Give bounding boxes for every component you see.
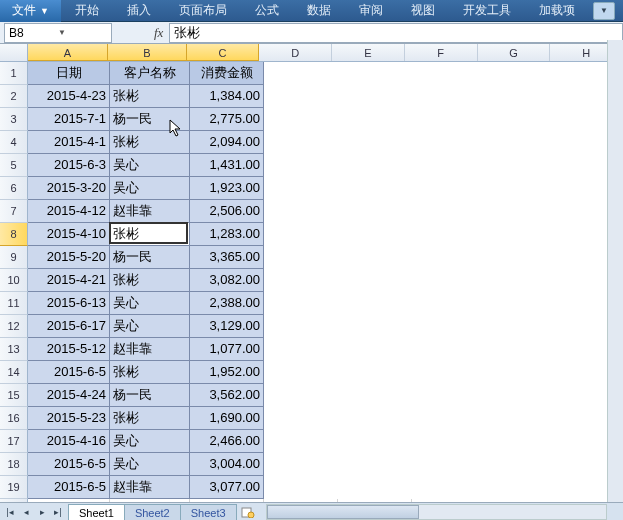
horizontal-scrollbar[interactable] — [266, 504, 607, 520]
data-cell[interactable]: 吴心 — [110, 430, 190, 453]
data-cell[interactable]: 吴心 — [110, 453, 190, 476]
ribbon-tab-2[interactable]: 页面布局 — [165, 0, 241, 22]
data-cell[interactable]: 1,283.00 — [190, 223, 264, 246]
data-cell[interactable]: 2015-6-13 — [28, 292, 110, 315]
ribbon-tab-7[interactable]: 开发工具 — [449, 0, 525, 22]
data-cell[interactable]: 张彬 — [110, 85, 190, 108]
data-cell[interactable]: 吴心 — [110, 177, 190, 200]
data-cell[interactable]: 1,923.00 — [190, 177, 264, 200]
data-cell[interactable]: 张彬 — [110, 131, 190, 154]
data-cell[interactable]: 2015-6-5 — [28, 361, 110, 384]
row-header-15[interactable]: 15 — [0, 384, 28, 407]
col-header-D[interactable]: D — [259, 44, 332, 61]
data-cell[interactable]: 2015-6-5 — [28, 453, 110, 476]
row-header-12[interactable]: 12 — [0, 315, 28, 338]
col-header-A[interactable]: A — [28, 44, 109, 61]
data-cell[interactable]: 赵非靠 — [110, 200, 190, 223]
sheet-tab-Sheet1[interactable]: Sheet1 — [68, 504, 125, 520]
row-header-19[interactable]: 19 — [0, 476, 28, 499]
data-cell[interactable]: 2015-4-12 — [28, 200, 110, 223]
data-cell[interactable]: 3,562.00 — [190, 384, 264, 407]
header-cell-date[interactable]: 日期 — [28, 62, 110, 85]
select-all-corner[interactable] — [0, 44, 28, 62]
row-header-2[interactable]: 2 — [0, 85, 28, 108]
sheet-nav-last[interactable]: ▸| — [50, 504, 66, 520]
row-header-11[interactable]: 11 — [0, 292, 28, 315]
formula-input[interactable]: 张彬 — [169, 23, 623, 43]
col-header-B[interactable]: B — [108, 44, 187, 61]
ribbon-tab-6[interactable]: 视图 — [397, 0, 449, 22]
header-cell-name[interactable]: 客户名称 — [110, 62, 190, 85]
data-cell[interactable]: 2,466.00 — [190, 430, 264, 453]
data-cell[interactable]: 吴心 — [110, 154, 190, 177]
vertical-scrollbar[interactable] — [607, 40, 623, 502]
data-cell[interactable]: 赵非靠 — [110, 476, 190, 499]
row-header-7[interactable]: 7 — [0, 200, 28, 223]
data-cell[interactable]: 2,094.00 — [190, 131, 264, 154]
ribbon-tab-3[interactable]: 公式 — [241, 0, 293, 22]
sheet-nav-prev[interactable]: ◂ — [18, 504, 34, 520]
sheet-nav-next[interactable]: ▸ — [34, 504, 50, 520]
name-box[interactable]: B8 ▼ — [4, 23, 112, 43]
cells-area[interactable]: 日期客户名称消费金额2015-4-23张彬1,384.002015-7-1杨一民… — [28, 62, 623, 502]
data-cell[interactable]: 2,506.00 — [190, 200, 264, 223]
data-cell[interactable]: 3,129.00 — [190, 315, 264, 338]
file-menu-button[interactable]: 文件 ▼ — [0, 0, 61, 22]
data-cell[interactable]: 张彬 — [110, 407, 190, 430]
data-cell[interactable]: 2015-5-12 — [28, 338, 110, 361]
data-cell[interactable]: 2015-5-23 — [28, 407, 110, 430]
scroll-thumb[interactable] — [267, 505, 420, 519]
ribbon-tab-4[interactable]: 数据 — [293, 0, 345, 22]
data-cell[interactable]: 张彬 — [110, 223, 190, 246]
data-cell[interactable]: 张彬 — [110, 361, 190, 384]
row-header-3[interactable]: 3 — [0, 108, 28, 131]
row-header-8[interactable]: 8 — [0, 223, 28, 246]
data-cell[interactable]: 2015-4-10 — [28, 223, 110, 246]
data-cell[interactable]: 3,004.00 — [190, 453, 264, 476]
data-cell[interactable]: 2015-6-5 — [28, 476, 110, 499]
ribbon-tab-0[interactable]: 开始 — [61, 0, 113, 22]
data-cell[interactable]: 2,775.00 — [190, 108, 264, 131]
ribbon-overflow-button[interactable]: ▼ — [593, 2, 615, 20]
data-cell[interactable]: 张彬 — [110, 269, 190, 292]
data-cell[interactable]: 2015-6-17 — [28, 315, 110, 338]
row-header-6[interactable]: 6 — [0, 177, 28, 200]
row-header-14[interactable]: 14 — [0, 361, 28, 384]
data-cell[interactable]: 2015-3-20 — [28, 177, 110, 200]
data-cell[interactable]: 1,077.00 — [190, 338, 264, 361]
data-cell[interactable]: 2015-4-24 — [28, 384, 110, 407]
data-cell[interactable]: 2015-4-21 — [28, 269, 110, 292]
data-cell[interactable]: 2015-4-23 — [28, 85, 110, 108]
row-header-13[interactable]: 13 — [0, 338, 28, 361]
col-header-G[interactable]: G — [478, 44, 551, 61]
data-cell[interactable]: 2015-6-3 — [28, 154, 110, 177]
ribbon-tab-1[interactable]: 插入 — [113, 0, 165, 22]
add-sheet-button[interactable] — [238, 506, 258, 518]
sheet-tab-Sheet2[interactable]: Sheet2 — [124, 504, 181, 520]
data-cell[interactable]: 杨一民 — [110, 108, 190, 131]
data-cell[interactable]: 杨一民 — [110, 246, 190, 269]
data-cell[interactable]: 1,690.00 — [190, 407, 264, 430]
col-header-C[interactable]: C — [187, 44, 260, 61]
row-header-9[interactable]: 9 — [0, 246, 28, 269]
data-cell[interactable]: 3,077.00 — [190, 476, 264, 499]
row-header-17[interactable]: 17 — [0, 430, 28, 453]
data-cell[interactable]: 2015-5-20 — [28, 246, 110, 269]
col-header-E[interactable]: E — [332, 44, 405, 61]
data-cell[interactable]: 吴心 — [110, 292, 190, 315]
row-header-5[interactable]: 5 — [0, 154, 28, 177]
row-header-10[interactable]: 10 — [0, 269, 28, 292]
col-header-F[interactable]: F — [405, 44, 478, 61]
sheet-tab-Sheet3[interactable]: Sheet3 — [180, 504, 237, 520]
data-cell[interactable]: 2,388.00 — [190, 292, 264, 315]
fx-icon[interactable]: fx — [154, 25, 163, 41]
data-cell[interactable]: 吴心 — [110, 315, 190, 338]
ribbon-tab-5[interactable]: 审阅 — [345, 0, 397, 22]
data-cell[interactable]: 杨一民 — [110, 384, 190, 407]
row-header-16[interactable]: 16 — [0, 407, 28, 430]
row-header-1[interactable]: 1 — [0, 62, 28, 85]
data-cell[interactable]: 2015-7-1 — [28, 108, 110, 131]
row-header-4[interactable]: 4 — [0, 131, 28, 154]
data-cell[interactable]: 1,384.00 — [190, 85, 264, 108]
data-cell[interactable]: 1,431.00 — [190, 154, 264, 177]
